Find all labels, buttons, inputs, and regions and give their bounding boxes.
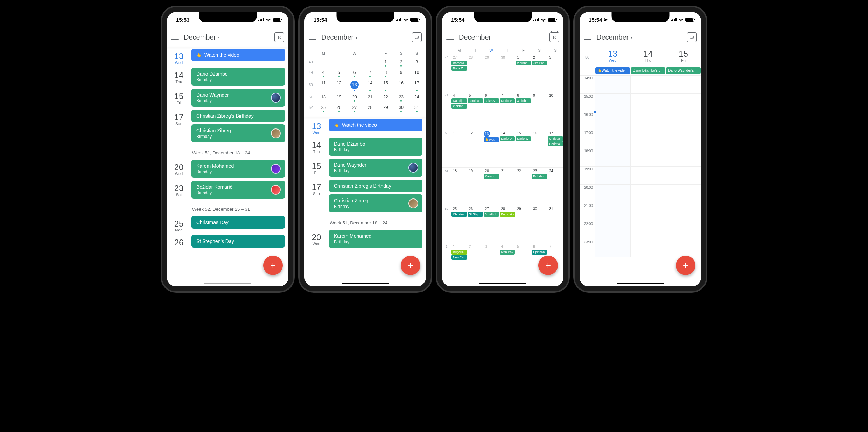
create-event-fab[interactable]: +: [676, 256, 695, 275]
schedule-content[interactable]: 13Wed👆Watch the video14ThuDario DžamboBi…: [167, 47, 288, 286]
month-selector[interactable]: December ▾: [184, 33, 270, 41]
month-day-cell[interactable]: 9: [531, 92, 547, 130]
event-chip[interactable]: Christia: [548, 141, 563, 146]
hour-cell[interactable]: [630, 130, 666, 148]
month-day-cell[interactable]: 23Božidar: [531, 168, 547, 205]
month-day-cell[interactable]: 13👆Watch: [483, 130, 499, 167]
month-selector[interactable]: December ▴: [321, 33, 407, 41]
month-day-cell[interactable]: 3: [483, 243, 499, 281]
month-day-cell[interactable]: 12: [467, 130, 483, 167]
mini-day[interactable]: 14: [362, 78, 378, 92]
mini-day[interactable]: 2: [393, 57, 409, 67]
mini-day[interactable]: 22: [378, 92, 393, 102]
month-day-cell[interactable]: 27BarbaraBoris Ži: [451, 54, 467, 92]
today-button[interactable]: 13: [550, 32, 559, 42]
event-chip[interactable]: Dario W: [516, 136, 531, 141]
hour-cell[interactable]: [666, 167, 701, 184]
event-chip[interactable]: Christia: [548, 136, 563, 141]
month-day-cell[interactable]: 2: [467, 243, 483, 281]
event-chip[interactable]: Jake Sn: [484, 98, 499, 103]
hour-cell[interactable]: [666, 112, 701, 130]
schedule-content[interactable]: 13Wed👆Watch the video14ThuDario DžamboBi…: [304, 117, 426, 249]
month-day-cell[interactable]: 12 birthd: [515, 54, 531, 92]
month-day-cell[interactable]: 15Dario W: [515, 130, 531, 167]
month-day-cell[interactable]: 29: [515, 205, 531, 243]
hour-cell[interactable]: [666, 221, 701, 239]
event-chip[interactable]: St Step: [468, 212, 483, 217]
month-selector[interactable]: December ▾: [596, 33, 682, 41]
month-day-cell[interactable]: 22: [515, 168, 531, 205]
month-day-cell[interactable]: 2Jim Gre: [531, 54, 547, 92]
today-button[interactable]: 13: [274, 32, 284, 42]
month-day-cell[interactable]: 5Tomica: [467, 92, 483, 130]
home-indicator[interactable]: [342, 283, 389, 284]
event-chip[interactable]: 2 birthd: [451, 104, 467, 109]
mini-month-picker[interactable]: MTWTFSS481234945678910501112131415161751…: [304, 47, 426, 117]
day-header[interactable]: 13Wed: [595, 49, 630, 62]
event-card[interactable]: Karem MohamedBirthday: [329, 230, 422, 248]
mini-day[interactable]: 28: [362, 102, 378, 113]
event-chip[interactable]: Karem M: [484, 174, 499, 179]
event-card[interactable]: 👆Watch the video: [191, 49, 285, 61]
event-card[interactable]: Christian Zibreg's Birthday: [329, 180, 422, 192]
hour-cell[interactable]: [595, 148, 630, 166]
event-card[interactable]: Dario WaynderBirthday: [191, 89, 285, 107]
hour-cell[interactable]: [595, 130, 630, 148]
mini-day[interactable]: 27: [347, 102, 362, 113]
event-chip[interactable]: Bugarska: [500, 212, 516, 217]
event-chip[interactable]: Mario V: [500, 98, 515, 103]
menu-button[interactable]: [584, 33, 592, 42]
hour-cell[interactable]: [595, 185, 630, 203]
mini-day[interactable]: [362, 57, 378, 67]
month-day-cell[interactable]: 14Dario D: [499, 130, 516, 167]
hour-cell[interactable]: [595, 94, 630, 112]
month-day-cell[interactable]: 4Ivan Pav: [499, 243, 516, 281]
hour-cell[interactable]: [630, 167, 666, 184]
month-day-cell[interactable]: 273 birthd: [483, 205, 499, 243]
hour-cell[interactable]: [666, 185, 701, 203]
month-day-cell[interactable]: 1BugarskNew Ye: [451, 243, 467, 281]
hour-cell[interactable]: [666, 130, 701, 148]
menu-button[interactable]: [309, 33, 316, 42]
mini-day[interactable]: 11: [316, 78, 331, 92]
hour-grid[interactable]: 14:0015:0016:0017:0018:0019:0020:0021:00…: [580, 75, 701, 257]
event-card[interactable]: 👆Watch the video: [329, 119, 422, 131]
month-day-cell[interactable]: 5: [515, 243, 531, 281]
event-chip[interactable]: Ivan Pav: [500, 250, 515, 255]
mini-day[interactable]: 17: [409, 78, 425, 92]
mini-day[interactable]: 25: [316, 102, 331, 113]
month-day-cell[interactable]: 30: [531, 205, 547, 243]
mini-day[interactable]: 31: [409, 102, 425, 113]
month-label[interactable]: December: [459, 33, 545, 41]
event-card[interactable]: Christian Zibreg's Birthday: [191, 110, 285, 122]
month-day-cell[interactable]: 29: [483, 54, 499, 92]
create-event-fab[interactable]: +: [263, 256, 283, 275]
hour-cell[interactable]: [595, 76, 630, 93]
event-card[interactable]: Christian ZibregBirthday: [329, 194, 422, 212]
month-day-cell[interactable]: 11: [451, 130, 467, 167]
mini-day[interactable]: 5: [331, 67, 346, 78]
hour-cell[interactable]: [595, 112, 630, 130]
hour-cell[interactable]: [630, 221, 666, 239]
mini-day[interactable]: 6: [347, 67, 362, 78]
event-card[interactable]: Karem MohamedBirthday: [191, 160, 285, 178]
mini-day[interactable]: 30: [393, 102, 409, 113]
home-indicator[interactable]: [479, 283, 526, 284]
event-chip[interactable]: Barbara: [451, 61, 467, 65]
event-chip[interactable]: Jim Gre: [532, 61, 547, 65]
event-chip[interactable]: New Ye: [451, 255, 467, 260]
month-day-cell[interactable]: 3: [547, 54, 564, 92]
mini-day[interactable]: 1: [378, 57, 393, 67]
hour-cell[interactable]: [630, 185, 666, 203]
mini-day[interactable]: 18: [316, 92, 331, 102]
mini-day[interactable]: 12: [331, 78, 346, 92]
month-day-cell[interactable]: 24: [547, 168, 564, 205]
event-card[interactable]: Christian ZibregBirthday: [191, 124, 285, 142]
event-chip[interactable]: Bugarsk: [451, 250, 467, 255]
event-chip[interactable]: Dario D: [500, 136, 515, 141]
event-chip[interactable]: Tomica: [468, 98, 483, 103]
mini-day[interactable]: 8: [378, 67, 393, 78]
event-card[interactable]: Božidar KomarićBirthday: [191, 181, 285, 199]
event-card[interactable]: Dario DžamboBirthday: [191, 68, 285, 86]
event-card[interactable]: Dario DžamboBirthday: [329, 138, 422, 156]
